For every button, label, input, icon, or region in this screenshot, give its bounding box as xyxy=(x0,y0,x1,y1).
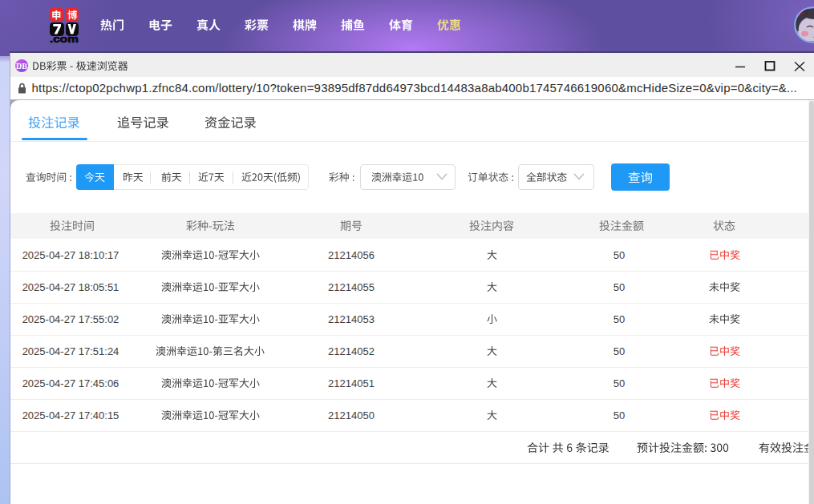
svg-text:DB: DB xyxy=(16,62,27,71)
